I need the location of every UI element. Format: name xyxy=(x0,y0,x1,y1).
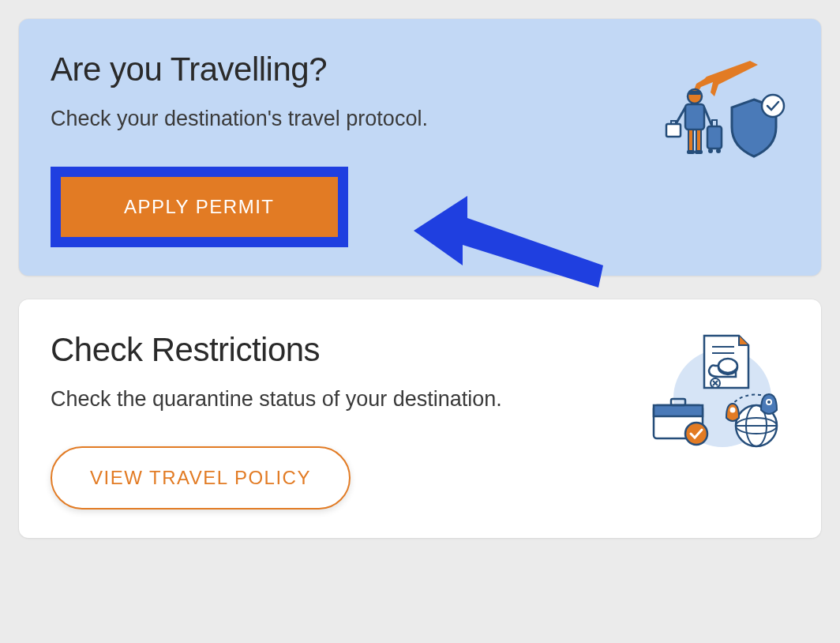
restrictions-card: Check Restrictions Check the quarantine … xyxy=(19,299,821,539)
travel-card-text: Are you Travelling? Check your destinati… xyxy=(51,51,647,247)
svg-point-13 xyxy=(716,149,721,153)
svg-rect-6 xyxy=(687,150,695,154)
restrictions-card-description: Check the quarantine status of your dest… xyxy=(51,383,632,416)
svg-point-0 xyxy=(762,95,784,117)
svg-point-12 xyxy=(708,149,713,153)
svg-point-31 xyxy=(730,407,736,412)
document-briefcase-globe-icon xyxy=(647,331,789,457)
travel-card: Are you Travelling? Check your destinati… xyxy=(19,19,821,276)
restrictions-card-title: Check Restrictions xyxy=(51,331,632,369)
svg-rect-4 xyxy=(688,130,693,152)
svg-point-33 xyxy=(767,400,771,404)
apply-permit-button[interactable]: APPLY PERMIT xyxy=(61,177,338,237)
svg-point-26 xyxy=(685,423,707,445)
travel-card-description: Check your destination's travel protocol… xyxy=(51,103,632,135)
svg-rect-24 xyxy=(654,405,703,416)
svg-rect-10 xyxy=(707,126,722,149)
view-travel-policy-button[interactable]: VIEW TRAVEL POLICY xyxy=(51,446,351,510)
apply-permit-highlight: APPLY PERMIT xyxy=(51,167,348,247)
svg-point-19 xyxy=(718,359,737,373)
svg-rect-2 xyxy=(688,91,701,95)
travel-card-content: Are you Travelling? Check your destinati… xyxy=(51,51,789,247)
svg-rect-3 xyxy=(685,104,704,130)
svg-rect-5 xyxy=(696,130,701,152)
travel-card-title: Are you Travelling? xyxy=(51,51,632,88)
traveler-shield-plane-icon xyxy=(647,51,789,177)
travel-illustration xyxy=(647,51,789,177)
svg-rect-8 xyxy=(666,124,681,137)
restrictions-card-content: Check Restrictions Check the quarantine … xyxy=(51,331,789,510)
restrictions-card-text: Check Restrictions Check the quarantine … xyxy=(51,331,647,510)
restrictions-illustration xyxy=(647,331,789,457)
svg-rect-9 xyxy=(671,121,676,124)
svg-rect-7 xyxy=(695,150,703,154)
